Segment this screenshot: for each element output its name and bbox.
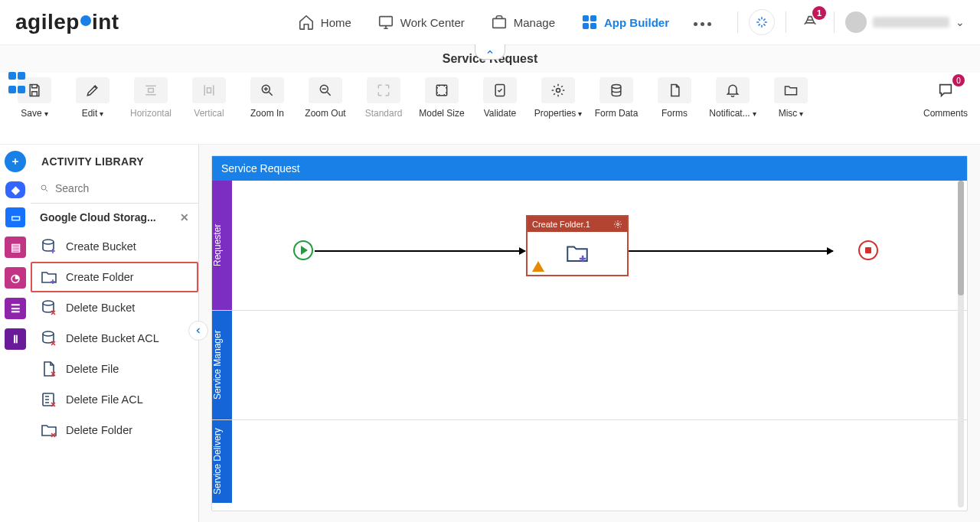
tool-forms[interactable]: Forms	[648, 77, 701, 119]
activity-node-header: Create Folder.1	[528, 217, 627, 232]
tool-vertical[interactable]: Vertical	[182, 77, 236, 119]
tool-standard-label: Standard	[365, 108, 403, 119]
activity-label: Create Folder	[66, 271, 134, 283]
nav-work-center[interactable]: Work Center	[367, 8, 475, 37]
nav-home[interactable]: Home	[287, 8, 362, 37]
search-icon	[40, 181, 49, 195]
activity-delete-file[interactable]: Delete File	[31, 354, 198, 384]
activity-delete-bucket[interactable]: Delete Bucket	[31, 292, 198, 323]
scrollbar-track[interactable]	[958, 181, 964, 507]
copilot-button[interactable]	[749, 9, 775, 35]
lane-content[interactable]: Create Folder.1	[232, 181, 967, 310]
nav-app-builder[interactable]: App Builder	[570, 8, 680, 37]
activity-delete-folder[interactable]: Delete Folder	[31, 415, 198, 445]
activity-node-create-folder[interactable]: Create Folder.1	[526, 215, 629, 276]
activity-delete-file-acl[interactable]: Delete File ACL	[31, 384, 198, 415]
process-canvas[interactable]: Service Request Requester Create Folder.…	[211, 155, 968, 511]
chevron-down-icon: ▾	[578, 109, 582, 118]
rail-chip-5[interactable]: ◔	[5, 267, 26, 289]
chevron-down-icon: ▾	[44, 109, 48, 118]
activity-node-title: Create Folder.1	[532, 220, 590, 229]
svg-point-10	[557, 89, 560, 93]
canvas-title: Service Request	[212, 156, 967, 181]
standard-view-icon	[367, 77, 400, 103]
apps-grid-button[interactable]	[8, 70, 26, 97]
tool-validate[interactable]: Validate	[473, 77, 527, 119]
tool-notifications[interactable]: Notificat...▾	[706, 77, 760, 119]
user-menu[interactable]: ⌄	[845, 11, 965, 33]
lane-content[interactable]	[232, 311, 967, 419]
svg-point-15	[43, 331, 54, 336]
edge-start-to-activity[interactable]	[315, 250, 525, 252]
tool-zoom-out[interactable]: Zoom Out	[299, 77, 352, 119]
nav-work-center-label: Work Center	[400, 16, 465, 29]
nav-right-cluster: 1 ⌄	[737, 9, 965, 35]
database-icon	[599, 77, 633, 103]
tool-form-data[interactable]: Form Data	[590, 77, 643, 119]
swimlane-requester[interactable]: Requester Create Folder.1	[212, 181, 967, 311]
tool-model-size[interactable]: Model Size	[415, 77, 469, 119]
svg-point-11	[612, 85, 621, 89]
activity-label: Delete Folder	[66, 424, 132, 436]
tool-horizontal-label: Horizontal	[130, 108, 172, 119]
rail-chip-3[interactable]: ▭	[5, 207, 25, 227]
rail-add-button[interactable]: ＋	[5, 151, 26, 172]
close-icon[interactable]: ✕	[180, 211, 189, 223]
divider	[737, 11, 738, 33]
svg-rect-2	[583, 16, 588, 21]
end-node[interactable]	[858, 240, 878, 260]
model-size-icon	[425, 77, 459, 103]
tool-misc[interactable]: Misc▾	[764, 77, 818, 119]
chevron-down-icon: ▾	[799, 109, 803, 118]
tool-horizontal[interactable]: Horizontal	[124, 77, 178, 119]
svg-rect-4	[583, 24, 588, 28]
tool-forms-label: Forms	[662, 108, 688, 119]
edge-activity-to-end[interactable]	[629, 250, 833, 252]
category-rail: ＋ ◆ ▭ ▤ ◔ ☰ Ⅱ	[0, 145, 31, 522]
nav-manage[interactable]: Manage	[480, 8, 566, 37]
tool-zoom-in[interactable]: Zoom In	[240, 77, 294, 119]
sidebar-category[interactable]: Google Cloud Storag... ✕	[31, 204, 198, 231]
comments-badge: 0	[952, 74, 965, 86]
rail-chip-2[interactable]: ◆	[5, 181, 25, 198]
tool-comments[interactable]: 0 Comments	[919, 77, 972, 119]
rail-chip-7[interactable]: Ⅱ	[5, 328, 26, 350]
gear-icon	[541, 77, 575, 103]
folder-icon	[774, 77, 808, 103]
scrollbar-thumb[interactable]	[958, 181, 964, 295]
rail-chip-6[interactable]: ☰	[5, 298, 26, 319]
align-horizontal-icon	[134, 77, 168, 103]
tool-edit[interactable]: Edit▾	[66, 77, 119, 119]
divider	[834, 11, 835, 33]
svg-point-14	[43, 301, 54, 305]
tool-properties-label: Properties▾	[534, 108, 583, 119]
lane-label: Service Manager	[212, 311, 232, 419]
collapse-sidebar-button[interactable]	[188, 321, 208, 341]
user-name	[873, 17, 949, 28]
nav-more-button[interactable]	[684, 9, 720, 35]
swimlane-service-delivery[interactable]: Service Delivery	[212, 420, 967, 503]
chevron-down-icon: ▾	[100, 109, 103, 118]
brand-dot-icon	[80, 15, 91, 26]
activity-create-bucket[interactable]: Create Bucket	[31, 231, 198, 262]
svg-rect-3	[591, 16, 596, 21]
activity-delete-bucket-acl[interactable]: Delete Bucket ACL	[31, 323, 198, 354]
search-input[interactable]	[55, 182, 189, 194]
notifications-button[interactable]: 1	[797, 9, 823, 35]
tool-standard[interactable]: Standard	[357, 77, 410, 119]
activity-label: Delete File ACL	[66, 393, 143, 406]
workspace: Service Request Save▾ Edit▾ Horizontal V…	[0, 44, 980, 128]
lane-content[interactable]	[232, 420, 967, 503]
swimlane-service-manager[interactable]: Service Manager	[212, 311, 967, 420]
gear-icon[interactable]	[613, 220, 622, 229]
activity-label: Delete Bucket ACL	[66, 332, 159, 344]
start-node[interactable]	[293, 240, 313, 260]
rail-chip-4[interactable]: ▤	[5, 237, 26, 258]
notifications-badge: 1	[812, 6, 826, 20]
expand-handle[interactable]	[475, 44, 505, 60]
tool-properties[interactable]: Properties▾	[531, 77, 585, 119]
bell-icon	[716, 77, 750, 103]
tool-edit-label: Edit▾	[82, 108, 104, 119]
chevron-down-icon: ⌄	[956, 16, 965, 28]
activity-create-folder[interactable]: Create Folder	[31, 262, 198, 292]
